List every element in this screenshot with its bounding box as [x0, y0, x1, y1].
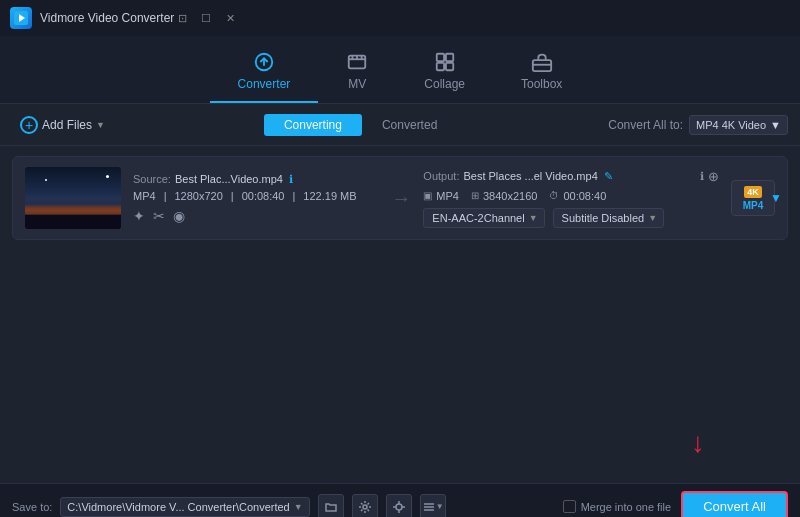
close-button[interactable]: ✕: [222, 10, 238, 26]
more-settings-arrow: ▼: [436, 502, 444, 511]
convert-all-to: Convert All to: MP4 4K Video ▼: [608, 115, 788, 135]
file-info: Source: Best Plac...Video.mp4 ℹ MP4 | 12…: [133, 173, 379, 224]
bottom-right-controls: Merge into one file Convert All: [563, 491, 788, 517]
collage-icon: [434, 51, 456, 73]
minimize-button[interactable]: ⊡: [174, 10, 190, 26]
app-title: Vidmore Video Converter: [40, 11, 174, 25]
effects-icon[interactable]: ◉: [173, 208, 185, 224]
audio-settings-select[interactable]: EN-AAC-2Channel ▼: [423, 208, 544, 228]
convert-arrow: →: [391, 187, 411, 210]
cut-icon[interactable]: ✂: [153, 208, 165, 224]
audio-dropdown-arrow: ▼: [529, 213, 538, 223]
format-badge-4k-label: 4K: [744, 186, 762, 198]
merge-label: Merge into one file: [581, 501, 672, 513]
output-duration-spec: ⏱ 00:08:40: [549, 190, 606, 202]
file-source-row: Source: Best Plac...Video.mp4 ℹ: [133, 173, 379, 186]
file-item: Source: Best Plac...Video.mp4 ℹ MP4 | 12…: [12, 156, 788, 240]
mv-icon: [346, 51, 368, 73]
toolbox-icon: [531, 51, 553, 73]
output-format-spec: ▣ MP4: [423, 190, 459, 202]
maximize-button[interactable]: ☐: [198, 10, 214, 26]
collage-tab-label: Collage: [424, 77, 465, 91]
add-output-icon[interactable]: ⊕: [708, 169, 719, 184]
output-settings-row: EN-AAC-2Channel ▼ Subtitle Disabled ▼: [423, 208, 719, 228]
svg-rect-7: [446, 63, 453, 70]
output-resolution-spec: ⊞ 3840x2160: [471, 190, 537, 202]
source-format: MP4: [133, 190, 156, 202]
output-specs-row: ▣ MP4 ⊞ 3840x2160 ⏱ 00:08:40: [423, 190, 719, 202]
format-badge-arrow[interactable]: ▼: [770, 191, 782, 205]
format-dropdown-arrow: ▼: [770, 119, 781, 131]
settings-button[interactable]: [352, 494, 378, 518]
pill-converted[interactable]: Converted: [362, 114, 457, 136]
source-label: Source:: [133, 173, 171, 185]
converter-icon: [253, 51, 275, 73]
output-duration: 00:08:40: [563, 190, 606, 202]
tab-mv[interactable]: MV: [318, 43, 396, 103]
edit-output-icon[interactable]: ✎: [604, 170, 613, 183]
format-select-dropdown[interactable]: MP4 4K Video ▼: [689, 115, 788, 135]
output-filename: Best Places ...el Video.mp4: [463, 170, 597, 182]
source-filename: Best Plac...Video.mp4: [175, 173, 283, 185]
tab-collage[interactable]: Collage: [396, 43, 493, 103]
window-controls: ⊡ ☐ ✕: [174, 10, 238, 26]
add-files-button[interactable]: + Add Files ▼: [12, 112, 113, 138]
toolbox-tab-label: Toolbox: [521, 77, 562, 91]
format-badge: 4K MP4 ▼: [731, 180, 775, 216]
convert-all-button[interactable]: Convert All: [681, 491, 788, 517]
subtitle-dropdown-arrow: ▼: [648, 213, 657, 223]
save-path-select[interactable]: C:\Vidmore\Vidmore V... Converter\Conver…: [60, 497, 309, 517]
source-duration: 00:08:40: [242, 190, 285, 202]
source-info-icon[interactable]: ℹ: [289, 173, 293, 186]
toolbar: + Add Files ▼ Converting Converted Conve…: [0, 104, 800, 146]
svg-point-11: [396, 504, 402, 510]
add-files-dropdown-arrow: ▼: [96, 120, 105, 130]
output-format: MP4: [436, 190, 459, 202]
preferences-button[interactable]: [386, 494, 412, 518]
app-logo: [10, 7, 32, 29]
pill-converting[interactable]: Converting: [264, 114, 362, 136]
convert-all-to-label: Convert All to:: [608, 118, 683, 132]
svg-rect-6: [436, 63, 443, 70]
selected-format-label: MP4 4K Video: [696, 119, 766, 131]
mv-tab-label: MV: [348, 77, 366, 91]
thumbnail-canvas: [25, 167, 121, 229]
tab-converter[interactable]: Converter: [210, 43, 319, 103]
thumbnail: [25, 167, 121, 229]
output-info-icon[interactable]: ℹ: [700, 170, 704, 183]
resolution-icon: ⊞: [471, 190, 479, 201]
folder-open-button[interactable]: [318, 494, 344, 518]
save-path-arrow: ▼: [294, 502, 303, 512]
subtitle-settings-select[interactable]: Subtitle Disabled ▼: [553, 208, 664, 228]
nav-bar: Converter MV Collage: [0, 36, 800, 104]
format-badge-ext-label: MP4: [743, 200, 764, 211]
add-circle-icon: +: [20, 116, 38, 134]
trim-icon[interactable]: ✦: [133, 208, 145, 224]
file-meta-row: MP4 | 1280x720 | 00:08:40 | 122.19 MB: [133, 190, 379, 202]
arrow-down-indicator: ↓: [691, 429, 705, 457]
output-section: Output: Best Places ...el Video.mp4 ✎ ℹ …: [423, 169, 719, 228]
more-settings-button[interactable]: ▼: [420, 494, 446, 518]
output-resolution: 3840x2160: [483, 190, 537, 202]
title-bar: Vidmore Video Converter ⊡ ☐ ✕: [0, 0, 800, 36]
tab-toolbox[interactable]: Toolbox: [493, 43, 590, 103]
output-top-row: Output: Best Places ...el Video.mp4 ✎ ℹ …: [423, 169, 719, 184]
add-files-label: Add Files: [42, 118, 92, 132]
svg-rect-4: [436, 54, 443, 61]
output-label: Output:: [423, 170, 459, 182]
svg-rect-5: [446, 54, 453, 61]
clock-icon: ⏱: [549, 190, 559, 201]
save-path-text: C:\Vidmore\Vidmore V... Converter\Conver…: [67, 501, 289, 513]
converter-tab-label: Converter: [238, 77, 291, 91]
source-resolution: 1280x720: [174, 190, 222, 202]
main-content: Source: Best Plac...Video.mp4 ℹ MP4 | 12…: [0, 146, 800, 483]
file-actions-row: ✦ ✂ ◉: [133, 208, 379, 224]
save-to-label: Save to:: [12, 501, 52, 513]
subtitle-setting-label: Subtitle Disabled: [562, 212, 645, 224]
svg-point-10: [363, 505, 367, 509]
audio-setting-label: EN-AAC-2Channel: [432, 212, 524, 224]
merge-checkbox[interactable]: Merge into one file: [563, 500, 672, 513]
bottom-bar: Save to: C:\Vidmore\Vidmore V... Convert…: [0, 483, 800, 517]
merge-check-input[interactable]: [563, 500, 576, 513]
source-filesize: 122.19 MB: [303, 190, 356, 202]
